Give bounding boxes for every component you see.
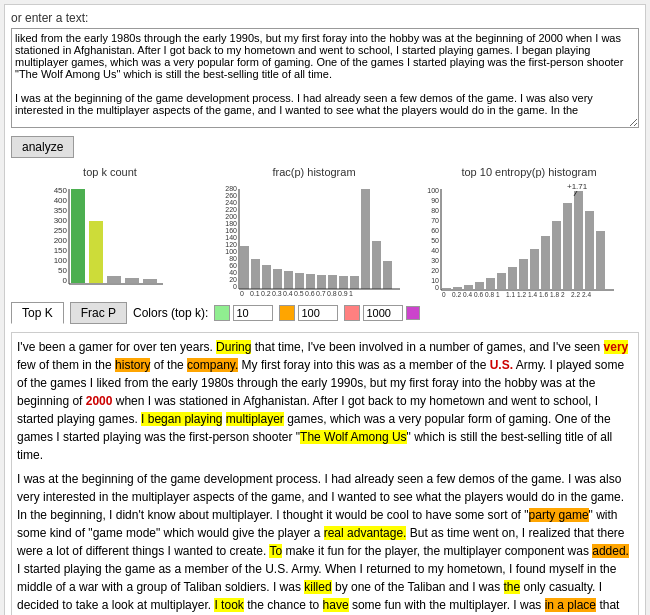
svg-rect-14 <box>143 279 157 283</box>
svg-rect-32 <box>240 246 249 289</box>
svg-text:200: 200 <box>54 236 68 245</box>
highlight-very-1: very <box>604 340 629 354</box>
highlight-have-some: have <box>323 598 349 612</box>
svg-text:200: 200 <box>225 213 237 220</box>
svg-rect-81 <box>563 203 572 289</box>
color-value-input-1[interactable] <box>233 305 273 321</box>
svg-text:0: 0 <box>442 291 446 298</box>
svg-text:2.2: 2.2 <box>571 291 580 298</box>
svg-rect-82 <box>574 191 583 289</box>
color-value-input-3[interactable] <box>363 305 403 321</box>
svg-text:0.2: 0.2 <box>261 290 271 297</box>
svg-rect-39 <box>317 275 326 289</box>
highlight-wolf: The Wolf Among Us <box>300 430 407 444</box>
svg-text:50: 50 <box>431 237 439 244</box>
svg-rect-43 <box>361 189 370 289</box>
svg-text:0: 0 <box>63 276 68 285</box>
color-value-input-2[interactable] <box>298 305 338 321</box>
svg-text:70: 70 <box>431 217 439 224</box>
svg-text:240: 240 <box>225 199 237 206</box>
svg-rect-74 <box>486 278 495 289</box>
svg-rect-40 <box>328 275 337 289</box>
svg-text:60: 60 <box>431 227 439 234</box>
text-input[interactable] <box>11 28 639 128</box>
top-k-tab[interactable]: Top K <box>11 302 64 324</box>
svg-rect-71 <box>453 287 462 289</box>
svg-text:80: 80 <box>431 207 439 214</box>
svg-rect-78 <box>530 249 539 289</box>
svg-text:120: 120 <box>225 241 237 248</box>
paragraph-1: I've been a gamer for over ten years. Du… <box>17 338 633 464</box>
textarea-label: or enter a text: <box>11 11 639 25</box>
colors-label: Colors (top k): <box>133 306 208 320</box>
svg-text:1.1: 1.1 <box>506 291 515 298</box>
highlight-multiplayer: multiplayer <box>226 412 284 426</box>
color-swatch-group-3 <box>344 305 420 321</box>
main-container: or enter a text: analyze top k count 450… <box>4 4 646 615</box>
svg-rect-12 <box>107 276 121 283</box>
svg-text:40: 40 <box>229 269 237 276</box>
svg-rect-36 <box>284 271 293 289</box>
svg-text:0.2: 0.2 <box>452 291 461 298</box>
highlight-added: added. <box>592 544 629 558</box>
svg-rect-13 <box>125 278 139 283</box>
fracp-chart-title: frac(p) histogram <box>272 166 355 178</box>
svg-text:250: 250 <box>54 226 68 235</box>
svg-text:300: 300 <box>54 216 68 225</box>
svg-text:100: 100 <box>427 187 439 194</box>
fracp-chart-block: frac(p) histogram 280 260 240 220 200 18… <box>215 166 413 296</box>
svg-text:140: 140 <box>225 234 237 241</box>
analyze-button[interactable]: analyze <box>11 136 74 158</box>
color-swatch-group-1 <box>214 305 273 321</box>
svg-rect-79 <box>541 236 550 289</box>
svg-text:30: 30 <box>431 257 439 264</box>
highlight-history: history <box>115 358 150 372</box>
highlight-to-make: To <box>269 544 282 558</box>
frac-p-tab[interactable]: Frac P <box>70 302 127 324</box>
svg-rect-80 <box>552 221 561 289</box>
svg-text:0.4: 0.4 <box>463 291 472 298</box>
highlight-in-a-place: in a place <box>545 598 596 612</box>
color-swatch-2[interactable] <box>279 305 295 321</box>
svg-text:260: 260 <box>225 192 237 199</box>
svg-text:40: 40 <box>431 247 439 254</box>
svg-text:0.6: 0.6 <box>305 290 315 297</box>
svg-text:1.6: 1.6 <box>539 291 548 298</box>
svg-rect-44 <box>372 241 381 289</box>
color-swatch-1[interactable] <box>214 305 230 321</box>
svg-text:0: 0 <box>240 290 244 297</box>
svg-rect-35 <box>273 269 282 289</box>
color-swatch-group-2 <box>279 305 338 321</box>
fracp-chart-svg: 280 260 240 220 200 180 160 140 120 100 … <box>217 181 412 296</box>
highlight-party: party game <box>529 508 589 522</box>
svg-text:0.7: 0.7 <box>316 290 326 297</box>
color-swatch-3[interactable] <box>344 305 360 321</box>
svg-text:150: 150 <box>54 246 68 255</box>
highlight-ibegan: I began playing <box>141 412 222 426</box>
svg-text:1.8: 1.8 <box>550 291 559 298</box>
svg-text:0: 0 <box>233 283 237 290</box>
svg-text:80: 80 <box>229 255 237 262</box>
svg-text:280: 280 <box>225 185 237 192</box>
svg-rect-10 <box>71 189 85 283</box>
svg-rect-41 <box>339 276 348 289</box>
top-k-chart-svg: 450 400 350 300 250 200 150 100 50 0 <box>45 181 175 291</box>
svg-text:0.5: 0.5 <box>294 290 304 297</box>
svg-rect-76 <box>508 267 517 289</box>
color-swatch-3b[interactable] <box>406 306 420 320</box>
svg-rect-34 <box>262 265 271 289</box>
svg-text:220: 220 <box>225 206 237 213</box>
svg-text:+1.71: +1.71 <box>567 182 588 191</box>
highlight-company: company. <box>187 358 238 372</box>
svg-text:0: 0 <box>435 284 439 291</box>
highlight-killed: killed <box>304 580 331 594</box>
svg-rect-45 <box>383 261 392 289</box>
svg-text:0.4: 0.4 <box>283 290 293 297</box>
svg-rect-37 <box>295 273 304 289</box>
svg-text:0.9: 0.9 <box>338 290 348 297</box>
charts-row: top k count 450 400 350 300 250 200 150 … <box>11 166 639 296</box>
svg-text:0.3: 0.3 <box>272 290 282 297</box>
svg-text:160: 160 <box>225 227 237 234</box>
entropy-chart-block: top 10 entropy(p) histogram 100 90 80 70… <box>419 166 639 296</box>
svg-text:60: 60 <box>229 262 237 269</box>
